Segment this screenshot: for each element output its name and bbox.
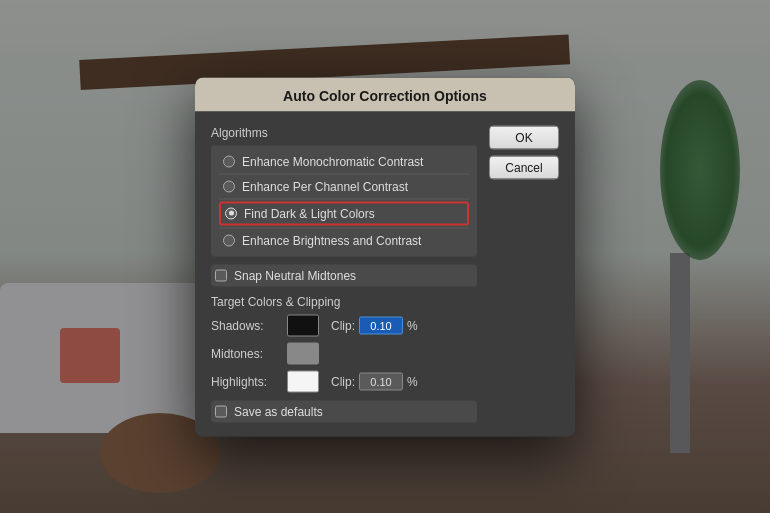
algorithms-section-label: Algorithms: [211, 125, 477, 139]
divider-2: [219, 198, 469, 199]
shadows-clip-label: Clip:: [331, 318, 355, 332]
divider-1: [219, 173, 469, 174]
radio-enhance-per-channel[interactable]: Enhance Per Channel Contrast: [219, 176, 469, 196]
highlights-swatch[interactable]: [287, 370, 319, 392]
highlights-percent: %: [407, 374, 418, 388]
radio-label-enhance-brightness: Enhance Brightness and Contrast: [242, 233, 421, 247]
auto-color-correction-dialog: Auto Color Correction Options Algorithms…: [195, 77, 575, 436]
radio-circle-enhance-per-channel: [223, 180, 235, 192]
shadows-clip-input[interactable]: [359, 316, 403, 334]
radio-circle-enhance-mono: [223, 155, 235, 167]
snap-neutral-label: Snap Neutral Midtones: [234, 268, 356, 282]
target-colors-section: Target Colors & Clipping Shadows: Clip: …: [211, 294, 477, 392]
radio-find-dark-light[interactable]: Find Dark & Light Colors: [219, 201, 469, 225]
highlights-clip-label: Clip:: [331, 374, 355, 388]
snap-neutral-row[interactable]: Snap Neutral Midtones: [211, 264, 477, 286]
shadows-percent: %: [407, 318, 418, 332]
cancel-button[interactable]: Cancel: [489, 155, 559, 179]
shadows-label: Shadows:: [211, 318, 279, 332]
radio-circle-enhance-brightness: [223, 234, 235, 246]
radio-circle-find-dark-light: [225, 207, 237, 219]
shadows-clip-group: Clip: %: [331, 316, 418, 334]
divider-3: [219, 227, 469, 228]
save-defaults-row[interactable]: Save as defaults: [211, 400, 477, 422]
dialog-buttons: OK Cancel: [489, 125, 559, 422]
highlights-clip-input[interactable]: [359, 372, 403, 390]
highlights-row: Highlights: Clip: %: [211, 370, 477, 392]
radio-label-enhance-per-channel: Enhance Per Channel Contrast: [242, 179, 408, 193]
shadows-swatch[interactable]: [287, 314, 319, 336]
target-colors-label: Target Colors & Clipping: [211, 294, 477, 308]
radio-enhance-brightness[interactable]: Enhance Brightness and Contrast: [219, 230, 469, 250]
algorithms-group: Enhance Monochromatic Contrast Enhance P…: [211, 145, 477, 256]
dialog-title-bar: Auto Color Correction Options: [195, 77, 575, 111]
highlights-clip-group: Clip: %: [331, 372, 418, 390]
highlights-label: Highlights:: [211, 374, 279, 388]
ok-button[interactable]: OK: [489, 125, 559, 149]
save-defaults-checkbox[interactable]: [215, 405, 227, 417]
midtones-row: Midtones:: [211, 342, 477, 364]
midtones-swatch[interactable]: [287, 342, 319, 364]
radio-label-enhance-mono: Enhance Monochromatic Contrast: [242, 154, 423, 168]
shadows-row: Shadows: Clip: %: [211, 314, 477, 336]
dialog-title: Auto Color Correction Options: [283, 87, 487, 103]
dialog-main-content: Algorithms Enhance Monochromatic Contras…: [211, 125, 477, 422]
dialog-body: Algorithms Enhance Monochromatic Contras…: [195, 111, 575, 436]
midtones-label: Midtones:: [211, 346, 279, 360]
snap-neutral-checkbox[interactable]: [215, 269, 227, 281]
radio-enhance-mono[interactable]: Enhance Monochromatic Contrast: [219, 151, 469, 171]
save-defaults-label: Save as defaults: [234, 404, 323, 418]
radio-label-find-dark-light: Find Dark & Light Colors: [244, 206, 375, 220]
